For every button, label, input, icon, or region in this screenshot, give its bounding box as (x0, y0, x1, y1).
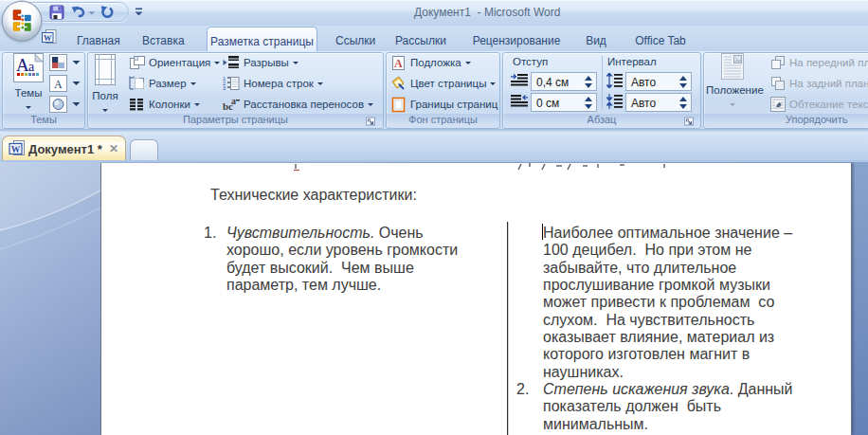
svg-text:W: W (11, 145, 21, 154)
svg-text:3: 3 (223, 85, 226, 91)
svg-text:A: A (16, 55, 29, 75)
svg-text:a: a (231, 97, 236, 106)
svg-text:a: a (28, 60, 35, 74)
svg-text:A: A (54, 78, 63, 91)
svg-text:W: W (44, 33, 52, 43)
svg-text:A: A (394, 57, 403, 70)
